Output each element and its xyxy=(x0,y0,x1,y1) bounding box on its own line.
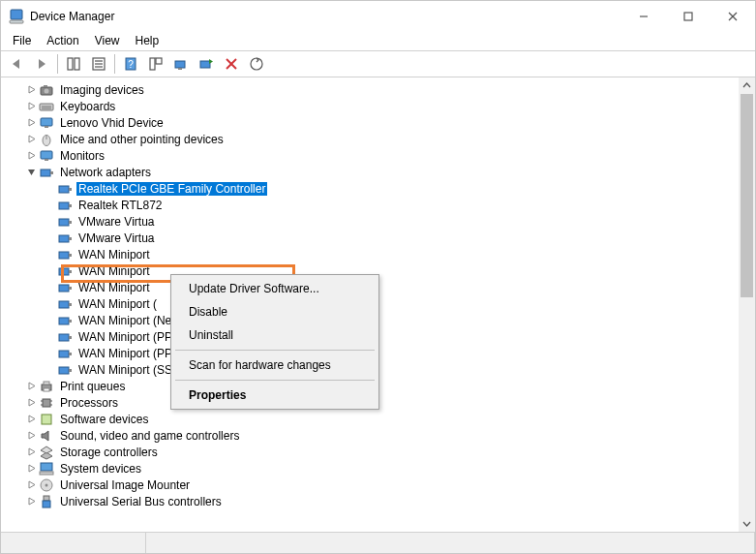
tree-item-label: Keyboards xyxy=(58,100,117,113)
ctx-separator xyxy=(175,350,375,351)
device-manager-window: Device Manager File Action View Help ? I… xyxy=(0,0,756,554)
menu-help[interactable]: Help xyxy=(128,32,167,49)
properties-button[interactable] xyxy=(87,52,110,76)
maximize-button[interactable] xyxy=(666,1,711,31)
network-adapter-icon xyxy=(57,198,73,213)
expand-collapse-icon[interactable] xyxy=(23,102,39,110)
ctx-uninstall[interactable]: Uninstall xyxy=(173,323,377,347)
svg-rect-33 xyxy=(45,159,48,161)
ctx-properties[interactable]: Properties xyxy=(173,384,377,407)
network-adapter-icon xyxy=(57,214,73,230)
category-network-adapters[interactable]: Network adapters xyxy=(5,164,739,180)
expand-collapse-icon[interactable] xyxy=(23,135,39,143)
ctx-update-driver[interactable]: Update Driver Software... xyxy=(173,277,377,300)
svg-rect-49 xyxy=(69,287,72,290)
expand-collapse-icon[interactable] xyxy=(23,447,39,456)
svg-rect-74 xyxy=(43,501,50,508)
expand-collapse-icon[interactable] xyxy=(23,480,39,489)
device-realtek-gbe[interactable]: Realtek PCIe GBE Family Controller xyxy=(5,180,739,197)
show-hide-tree-button[interactable] xyxy=(62,52,85,76)
svg-rect-50 xyxy=(59,301,69,308)
svg-rect-32 xyxy=(41,151,52,159)
network-adapter-icon xyxy=(57,263,73,279)
category-system-devices[interactable]: System devices xyxy=(5,460,739,477)
expand-collapse-icon[interactable] xyxy=(23,497,39,506)
svg-rect-51 xyxy=(69,303,72,306)
category-universal-image-mounter[interactable]: Universal Image Mounter xyxy=(5,477,739,493)
category-mice[interactable]: Mice and other pointing devices xyxy=(5,131,739,147)
svg-rect-68 xyxy=(42,415,51,424)
svg-rect-44 xyxy=(59,252,69,259)
svg-rect-54 xyxy=(59,334,69,341)
tree-item-label: Network adapters xyxy=(58,166,153,179)
device-vmnet1[interactable]: VMware Virtua xyxy=(5,213,739,230)
svg-rect-16 xyxy=(175,61,185,68)
expand-collapse-icon[interactable] xyxy=(23,151,39,160)
tree-item-label: Sound, video and game controllers xyxy=(58,429,241,443)
update-driver-button[interactable] xyxy=(195,52,218,76)
keyboard-icon xyxy=(39,99,54,114)
tree-item-label: Lenovo Vhid Device xyxy=(58,116,166,130)
menu-file[interactable]: File xyxy=(5,32,39,49)
category-keyboards[interactable]: Keyboards xyxy=(5,98,739,114)
vertical-scrollbar[interactable] xyxy=(739,77,755,532)
scroll-up-icon[interactable] xyxy=(739,77,755,94)
tree-item-label: Print queues xyxy=(58,380,127,393)
ctx-disable[interactable]: Disable xyxy=(173,300,377,323)
svg-text:?: ? xyxy=(128,59,134,70)
category-sound-video-game[interactable]: Sound, video and game controllers xyxy=(5,427,739,444)
category-software-devices[interactable]: Software devices xyxy=(5,411,739,427)
scroll-thumb[interactable] xyxy=(741,94,753,297)
tree-item-label: Realtek RTL872 xyxy=(76,199,165,212)
uninstall-button[interactable] xyxy=(220,52,243,76)
menu-view[interactable]: View xyxy=(87,32,128,49)
svg-rect-1 xyxy=(10,20,23,23)
expand-collapse-icon[interactable] xyxy=(23,382,39,390)
tree-item-label: System devices xyxy=(58,462,143,476)
expand-collapse-icon[interactable] xyxy=(23,398,39,407)
svg-rect-57 xyxy=(69,353,72,355)
back-button[interactable] xyxy=(5,52,28,76)
device-wan-miniport-1[interactable]: WAN Miniport xyxy=(5,246,739,262)
monitor-icon xyxy=(39,148,54,164)
ctx-scan-hardware[interactable]: Scan for hardware changes xyxy=(173,354,377,377)
tree-item-label: WAN Miniport ( xyxy=(76,297,159,311)
svg-rect-45 xyxy=(69,254,72,257)
category-imaging-devices[interactable]: Imaging devices xyxy=(5,81,739,98)
forward-button[interactable] xyxy=(30,52,53,76)
svg-rect-17 xyxy=(178,68,182,70)
svg-rect-39 xyxy=(69,204,72,207)
tree-item-label: VMware Virtua xyxy=(76,215,156,229)
svg-rect-24 xyxy=(44,85,47,87)
help-button[interactable]: ? xyxy=(119,52,142,76)
device-realtek-8723[interactable]: Realtek RTL872 xyxy=(5,197,739,213)
svg-rect-47 xyxy=(69,270,72,273)
sound-icon xyxy=(39,428,54,444)
svg-rect-46 xyxy=(59,268,69,275)
expand-collapse-icon[interactable] xyxy=(23,415,39,423)
svg-rect-63 xyxy=(43,399,50,407)
network-adapter-icon xyxy=(57,362,73,378)
expand-collapse-icon[interactable] xyxy=(23,464,39,473)
enable-button[interactable] xyxy=(169,52,193,76)
category-storage-controllers[interactable]: Storage controllers xyxy=(5,444,739,460)
window-title: Device Manager xyxy=(30,10,621,23)
monitor-icon xyxy=(39,115,54,131)
svg-rect-48 xyxy=(59,285,69,292)
action-button[interactable] xyxy=(144,52,167,76)
category-usb-controllers[interactable]: Universal Serial Bus controllers xyxy=(5,493,739,509)
menu-action[interactable]: Action xyxy=(39,32,86,49)
expand-collapse-icon[interactable] xyxy=(23,168,39,176)
category-monitors[interactable]: Monitors xyxy=(5,147,739,164)
expand-collapse-icon[interactable] xyxy=(23,85,39,94)
tree-item-label: VMware Virtua xyxy=(76,231,156,245)
expand-collapse-icon[interactable] xyxy=(23,118,39,127)
scan-hardware-button[interactable] xyxy=(245,52,268,76)
minimize-button[interactable] xyxy=(621,1,666,31)
expand-collapse-icon[interactable] xyxy=(23,431,39,440)
category-lenovo-vhid[interactable]: Lenovo Vhid Device xyxy=(5,114,739,131)
device-vmnet8[interactable]: VMware Virtua xyxy=(5,230,739,246)
close-button[interactable] xyxy=(711,1,755,31)
processor-icon xyxy=(39,395,54,411)
scroll-down-icon[interactable] xyxy=(739,515,755,532)
